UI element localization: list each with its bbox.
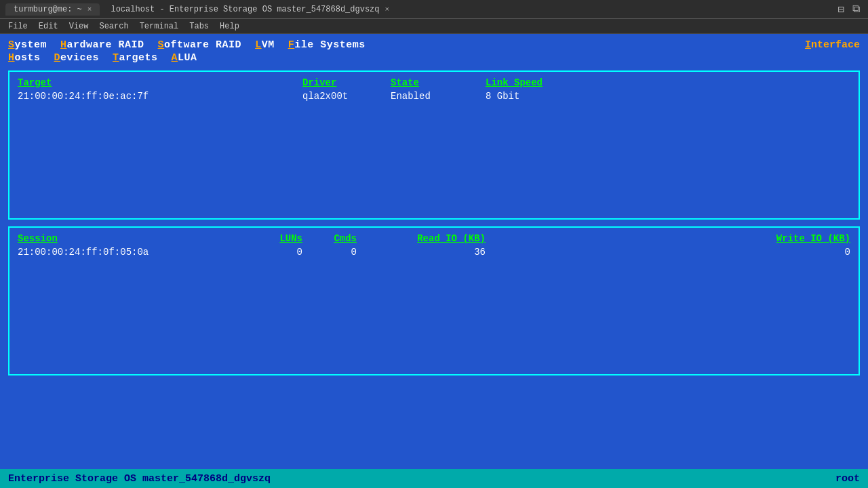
col-header-readio: Read IO (KB) (357, 233, 486, 244)
col-header-cmds: Cmds (302, 233, 357, 244)
nav-row-1: System Hardware RAID Software RAID LVM F… (8, 39, 860, 51)
menu-view[interactable]: View (64, 22, 94, 31)
menu-file[interactable]: File (3, 22, 33, 31)
menu-bar: File Edit View Search Terminal Tabs Help (0, 19, 868, 34)
session-row-0[interactable]: 21:00:00:24:ff:0f:05:0a 0 0 36 0 (18, 247, 850, 258)
target-driver: qla2x00t (302, 91, 391, 102)
menu-edit[interactable]: Edit (33, 22, 64, 31)
menu-search[interactable]: Search (94, 22, 134, 31)
tab-local[interactable]: turmburg@me: ~ × (5, 3, 100, 16)
nav-targets[interactable]: Targets (113, 52, 158, 64)
nav-alua[interactable]: ALUA (172, 52, 197, 64)
menu-terminal[interactable]: Terminal (134, 22, 184, 31)
nav-hosts[interactable]: Hosts (8, 52, 41, 64)
target-row-0[interactable]: 21:00:00:24:ff:0e:ac:7f qla2x00t Enabled… (18, 91, 850, 102)
col-header-luns: LUNs (248, 233, 302, 244)
main-content: System Hardware RAID Software RAID LVM F… (0, 34, 868, 469)
target-panel: Target Driver State Link Speed 21:00:00:… (8, 70, 860, 220)
title-bar: turmburg@me: ~ × localhost - Enterprise … (0, 0, 868, 19)
target-linkspeed: 8 Gbit (486, 91, 850, 102)
nav-lvm[interactable]: LVM (255, 39, 275, 51)
col-header-writeio: Write IO (KB) (486, 233, 850, 244)
session-writeio: 0 (486, 247, 850, 258)
col-header-state: State (391, 77, 486, 88)
minimize-button[interactable]: ⊟ (835, 3, 847, 16)
nav-hardware-raid[interactable]: Hardware RAID (60, 39, 144, 51)
col-header-linkspeed: Link Speed (486, 77, 850, 88)
restore-button[interactable]: ⧉ (850, 3, 863, 16)
status-bar: Enterprise Storage OS master_547868d_dgv… (0, 469, 868, 488)
menu-tabs[interactable]: Tabs (184, 22, 214, 31)
session-cmds: 0 (302, 247, 357, 258)
tab-local-close[interactable]: × (87, 5, 92, 14)
tab-remote[interactable]: localhost - Enterprise Storage OS master… (102, 3, 397, 16)
nav-row-2: Hosts Devices Targets ALUA (8, 52, 860, 64)
nav-file-systems[interactable]: File Systems (288, 39, 366, 51)
nav-interface[interactable]: Interface (805, 39, 860, 51)
col-header-target: Target (18, 77, 302, 88)
session-address: 21:00:00:24:ff:0f:05:0a (18, 247, 248, 258)
session-panel: Session LUNs Cmds Read IO (KB) Write IO … (8, 226, 860, 375)
status-hostname: Enterprise Storage OS master_547868d_dgv… (8, 473, 271, 485)
col-header-driver: Driver (302, 77, 391, 88)
target-state: Enabled (391, 91, 486, 102)
session-luns: 0 (248, 247, 302, 258)
title-bar-controls: ⊟ ⧉ (835, 3, 863, 16)
session-panel-header: Session LUNs Cmds Read IO (KB) Write IO … (18, 233, 850, 244)
target-panel-header: Target Driver State Link Speed (18, 77, 850, 88)
menu-help[interactable]: Help (214, 22, 245, 31)
tab-local-label: turmburg@me: ~ (14, 5, 82, 14)
target-address: 21:00:00:24:ff:0e:ac:7f (18, 91, 302, 102)
tab-remote-label: localhost - Enterprise Storage OS master… (111, 5, 379, 14)
tab-remote-close[interactable]: × (385, 5, 390, 14)
session-readio: 36 (357, 247, 486, 258)
nav-devices[interactable]: Devices (54, 52, 100, 64)
status-user: root (835, 473, 860, 485)
nav-system[interactable]: System (8, 39, 47, 51)
nav-software-raid[interactable]: Software RAID (158, 39, 242, 51)
col-header-session: Session (18, 233, 248, 244)
